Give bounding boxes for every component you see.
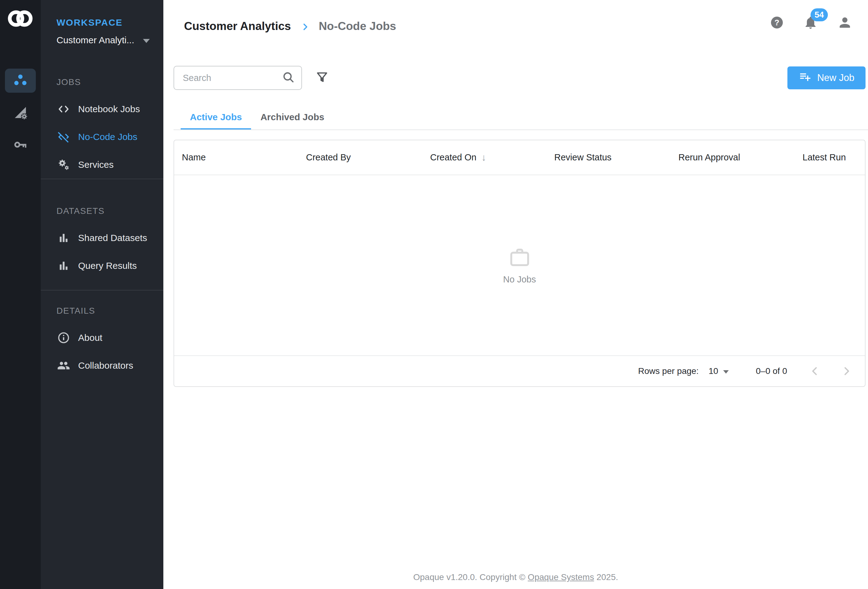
svg-text:?: ? (774, 18, 779, 27)
pagination-bar: Rows per page: 10 0–0 of 0 (174, 355, 865, 386)
search-input[interactable] (183, 73, 282, 83)
briefcase-icon (508, 246, 532, 269)
top-right-actions: ? 54 (770, 15, 853, 31)
sidebar-item-collaborators[interactable]: Collaborators (56, 352, 154, 379)
column-header-created-on[interactable]: Created On ↓ (430, 152, 554, 163)
pagination-range: 0–0 of 0 (756, 366, 787, 376)
main-content: Customer Analytics No-Code Jobs ? (163, 0, 868, 589)
footer-year: 2025. (594, 572, 618, 582)
network-settings-icon (13, 105, 28, 121)
table-header-row: Name Created By Created On ↓ Review Stat… (174, 140, 865, 175)
sidebar-item-shared-datasets[interactable]: Shared Datasets (56, 224, 154, 252)
sort-desc-icon: ↓ (481, 152, 486, 163)
notification-badge: 54 (810, 8, 828, 21)
workspaces-icon (13, 73, 28, 89)
next-page-button[interactable] (840, 365, 853, 377)
tab-bar: Active Jobs Archived Jobs (181, 104, 334, 130)
footer-text: Opaque v1.20.0. Copyright © (413, 572, 528, 582)
chevron-down-icon (723, 370, 729, 374)
playlist-add-icon (799, 70, 812, 86)
code-off-icon (56, 130, 71, 144)
rail-item-keys[interactable] (5, 133, 36, 158)
column-header-created-by[interactable]: Created By (306, 152, 430, 163)
toolbar: New Job (174, 66, 865, 90)
column-header-rerun-approval[interactable]: Rerun Approval (678, 152, 803, 163)
sidebar-item-notebook-jobs[interactable]: Notebook Jobs (56, 95, 154, 123)
sidebar-section-details: DETAILS About (41, 290, 163, 379)
breadcrumb: Customer Analytics No-Code Jobs (184, 20, 396, 33)
section-title-jobs: JOBS (56, 77, 154, 88)
help-button[interactable]: ? (770, 15, 784, 31)
column-header-latest-run[interactable]: Latest Run (803, 152, 865, 163)
chevron-right-icon (300, 22, 310, 32)
opaque-logo (7, 6, 33, 31)
sidebar-item-about[interactable]: About (56, 324, 154, 352)
sidebar: WORKSPACE Customer Analyti... JOBS Noteb… (41, 0, 163, 589)
key-icon (13, 138, 28, 154)
new-job-button[interactable]: New Job (787, 67, 865, 89)
rail-item-workspaces[interactable] (5, 69, 36, 93)
app-window: WORKSPACE Customer Analyti... JOBS Noteb… (0, 0, 868, 589)
jobs-table: Name Created By Created On ↓ Review Stat… (174, 140, 865, 387)
sidebar-section-datasets: DATASETS Shared Datasets (41, 179, 163, 280)
sidebar-section-jobs: JOBS Notebook Jobs No-Code Jobs (41, 77, 163, 179)
tab-active-jobs[interactable]: Active Jobs (181, 104, 251, 130)
notifications-button[interactable]: 54 (803, 15, 818, 31)
code-icon (56, 103, 71, 115)
sidebar-item-no-code-jobs[interactable]: No-Code Jobs (56, 123, 154, 151)
rows-per-page-select[interactable]: 10 (709, 366, 729, 376)
tab-archived-jobs[interactable]: Archived Jobs (251, 104, 334, 130)
rail-item-network-settings[interactable] (5, 101, 36, 125)
section-title-datasets: DATASETS (56, 179, 154, 217)
empty-state: No Jobs (174, 175, 865, 355)
workspace-name: Customer Analyti... (56, 35, 134, 46)
info-icon (56, 331, 71, 344)
breadcrumb-workspace[interactable]: Customer Analytics (184, 20, 291, 33)
sidebar-item-query-results[interactable]: Query Results (56, 252, 154, 280)
help-icon: ? (770, 15, 784, 31)
account-button[interactable] (837, 15, 853, 31)
previous-page-button[interactable] (809, 365, 821, 377)
people-icon (56, 359, 71, 372)
breadcrumb-current-page: No-Code Jobs (319, 20, 396, 33)
chevron-down-icon (143, 39, 150, 43)
empty-state-text: No Jobs (503, 274, 536, 285)
workspace-selector[interactable]: Customer Analyti... (56, 34, 154, 46)
column-header-review-status[interactable]: Review Status (554, 152, 678, 163)
bar-chart-icon (56, 260, 71, 272)
footer: Opaque v1.20.0. Copyright © Opaque Syste… (163, 572, 868, 582)
person-icon (837, 15, 853, 31)
tabs-divider (174, 129, 868, 130)
section-title-details: DETAILS (56, 290, 154, 317)
search-box (174, 66, 302, 90)
rows-per-page-label: Rows per page: (638, 366, 699, 376)
workspace-label: WORKSPACE (56, 17, 154, 28)
filter-icon (315, 70, 329, 86)
column-header-name[interactable]: Name (182, 152, 306, 163)
services-icon (56, 158, 71, 171)
filter-button[interactable] (315, 70, 329, 86)
icon-rail (0, 0, 41, 589)
footer-link[interactable]: Opaque Systems (528, 572, 594, 582)
bar-chart-icon (56, 232, 71, 244)
sidebar-item-services[interactable]: Services (56, 151, 154, 179)
search-icon[interactable] (282, 71, 295, 85)
